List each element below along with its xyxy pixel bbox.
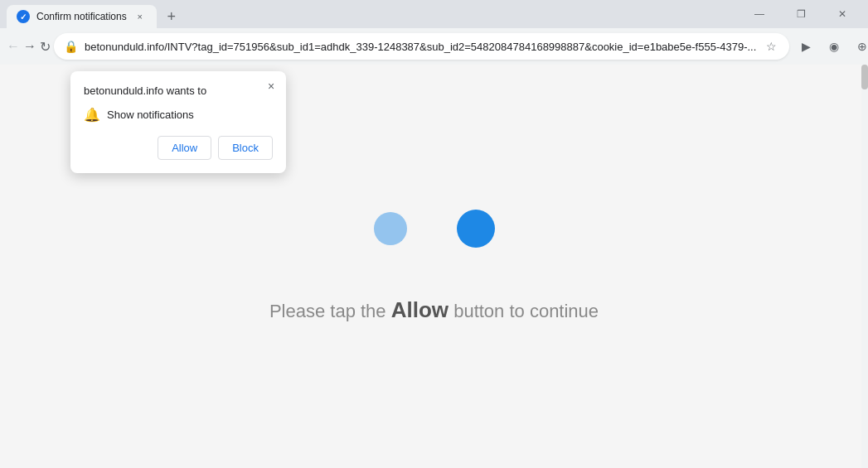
tab-title: Confirm notifications bbox=[36, 11, 127, 22]
page-content: × betonunduld.info wants to 🔔 Show notif… bbox=[0, 65, 868, 468]
scrollbar-thumb[interactable] bbox=[861, 65, 868, 89]
instruction-suffix: button to continue bbox=[449, 301, 599, 321]
popup-close-button[interactable]: × bbox=[263, 78, 279, 94]
cast-icon[interactable]: ▶ bbox=[793, 33, 819, 60]
star-icon[interactable]: ☆ bbox=[763, 38, 779, 55]
popup-buttons: Allow Block bbox=[84, 136, 273, 160]
popup-notification-text: Show notifications bbox=[107, 109, 194, 121]
media-router-icon[interactable]: ◉ bbox=[821, 33, 847, 60]
toolbar: ← → ↻ 🔒 betonunduld.info/INTV?tag_id=751… bbox=[0, 28, 868, 65]
dot-dark bbox=[457, 210, 495, 248]
window-controls: — ❒ ✕ bbox=[740, 0, 861, 28]
browser-window: Confirm notifications × + — ❒ ✕ ← → ↻ 🔒 … bbox=[0, 0, 868, 468]
scrollbar[interactable] bbox=[861, 65, 868, 468]
instruction-prefix: Please tap the bbox=[269, 301, 391, 321]
address-text: betonunduld.info/INTV?tag_id=751956&sub_… bbox=[85, 41, 756, 53]
new-tab-button[interactable]: + bbox=[160, 5, 183, 28]
allow-button[interactable]: Allow bbox=[158, 136, 211, 160]
instruction-allow: Allow bbox=[391, 297, 449, 322]
active-tab[interactable]: Confirm notifications × bbox=[7, 5, 157, 28]
refresh-button[interactable]: ↻ bbox=[40, 33, 51, 60]
instruction-text: Please tap the Allow button to continue bbox=[269, 297, 599, 323]
popup-title: betonunduld.info wants to bbox=[84, 84, 273, 97]
tab-favicon bbox=[17, 10, 30, 23]
forward-button[interactable]: → bbox=[23, 33, 36, 60]
close-button[interactable]: ✕ bbox=[823, 0, 861, 28]
maximize-button[interactable]: ❒ bbox=[782, 0, 820, 28]
lock-icon: 🔒 bbox=[64, 40, 78, 53]
address-bar[interactable]: 🔒 betonunduld.info/INTV?tag_id=751956&su… bbox=[54, 33, 789, 60]
loading-dots bbox=[374, 210, 495, 248]
minimize-button[interactable]: — bbox=[740, 0, 778, 28]
dot-light bbox=[374, 212, 407, 245]
notification-popup: × betonunduld.info wants to 🔔 Show notif… bbox=[70, 71, 286, 173]
popup-notification-row: 🔔 Show notifications bbox=[84, 107, 273, 123]
block-button[interactable]: Block bbox=[218, 136, 273, 160]
bell-icon: 🔔 bbox=[84, 107, 100, 123]
tab-bar: Confirm notifications × + bbox=[7, 0, 740, 28]
translate-icon[interactable]: ⊕ bbox=[849, 33, 868, 60]
toolbar-actions: ▶ ◉ ⊕ ★ ◉ ⋮ bbox=[793, 33, 868, 60]
back-button[interactable]: ← bbox=[7, 33, 20, 60]
title-bar: Confirm notifications × + — ❒ ✕ bbox=[0, 0, 868, 28]
tab-close-button[interactable]: × bbox=[133, 10, 147, 23]
